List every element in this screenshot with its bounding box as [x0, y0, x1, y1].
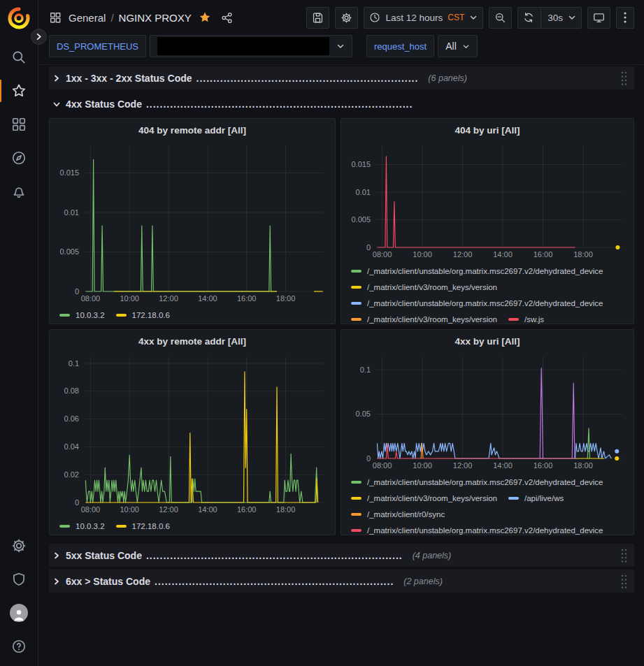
svg-text:08:00: 08:00 — [81, 505, 101, 514]
grafana-logo-icon — [8, 7, 30, 29]
favorite-star-button[interactable] — [199, 11, 211, 24]
svg-text:18:00: 18:00 — [573, 250, 593, 259]
legend-item[interactable]: 10.0.3.2 — [59, 519, 105, 534]
refresh-icon — [523, 12, 534, 23]
panel-plot: 00.020.040.060.080.108:0010:0012:0014:00… — [55, 351, 329, 516]
svg-text:16:00: 16:00 — [237, 294, 257, 303]
svg-text:12:00: 12:00 — [159, 294, 178, 303]
panel-title[interactable]: 4xx by uri [All] — [347, 334, 628, 351]
share-button[interactable] — [221, 12, 233, 24]
sidebar-item-help[interactable] — [3, 630, 35, 663]
svg-text:16:00: 16:00 — [534, 250, 553, 259]
avatar — [10, 604, 28, 622]
variables-bar: DS_PROMETHEUS request_host All — [38, 34, 644, 65]
row-header-1xx-3xx-2xx[interactable]: 1xx - 3xx - 2xx Status Code ............… — [49, 66, 634, 89]
panel-404-by-remote-addr: 404 by remote addr [All] 00.0050.010.015… — [49, 118, 336, 324]
grafana-logo[interactable] — [6, 6, 31, 31]
sidebar-item-server-admin[interactable] — [3, 563, 35, 596]
breadcrumb-title[interactable]: NGINX PROXY — [119, 12, 192, 24]
svg-text:0.1: 0.1 — [360, 365, 371, 374]
zoom-out-button[interactable] — [489, 7, 512, 29]
panel-title[interactable]: 4xx by remote addr [All] — [55, 334, 329, 351]
sidebar — [0, 0, 38, 666]
bell-icon — [11, 184, 27, 199]
panel-plot: 00.0050.010.01508:0010:0012:0014:0016:00… — [55, 140, 329, 305]
sidebar-item-dashboards[interactable] — [3, 108, 35, 141]
breadcrumb-section[interactable]: General — [69, 12, 106, 24]
chart-canvas[interactable]: 00.020.040.060.080.108:0010:0012:0014:00… — [55, 351, 329, 516]
legend-item[interactable]: /sw.js — [508, 312, 544, 324]
legend-item[interactable]: /_matrix/client/unstable/org.matrix.msc2… — [351, 523, 603, 535]
apps-grid-icon — [49, 11, 62, 24]
svg-text:0.05: 0.05 — [356, 410, 371, 418]
legend-item[interactable]: /_matrix/client/v3/room_keys/version — [351, 312, 497, 324]
sidebar-item-profile[interactable] — [3, 596, 35, 630]
panel-legend: /_matrix/client/unstable/org.matrix.msc2… — [347, 261, 628, 324]
legend-item[interactable]: /_matrix/client/unstable/org.matrix.msc2… — [351, 263, 603, 279]
compass-icon — [11, 150, 27, 166]
chart-canvas[interactable]: 00.0050.010.01508:0010:0012:0014:0016:00… — [55, 140, 329, 305]
svg-text:10:00: 10:00 — [413, 250, 432, 259]
refresh-button-group[interactable]: 30s — [517, 7, 582, 29]
row-drag-handle[interactable] — [619, 572, 629, 591]
chart-canvas[interactable]: 00.050.108:0010:0012:0014:0016:0018:00 — [347, 351, 628, 472]
svg-text:0.015: 0.015 — [351, 160, 371, 168]
row-leader-dots: ........................................… — [146, 550, 403, 561]
legend-item[interactable]: /_matrix/client/v3/room_keys/version — [351, 491, 497, 506]
legend-item[interactable]: /api/live/ws — [508, 491, 564, 506]
legend-item[interactable]: 10.0.3.2 — [59, 307, 105, 323]
datasource-variable-label: DS_PROMETHEUS — [49, 35, 146, 57]
row-header-4xx[interactable]: 4xx Status Code ........................… — [49, 94, 634, 113]
panel-title[interactable]: 404 by remote addr [All] — [55, 123, 329, 140]
dashboards-breadcrumb-icon-button[interactable] — [49, 11, 62, 24]
svg-text:0.1: 0.1 — [69, 359, 79, 368]
breadcrumb-separator: / — [110, 12, 113, 24]
legend-item[interactable]: 172.18.0.6 — [116, 519, 170, 534]
shield-icon — [11, 572, 27, 587]
svg-text:14:00: 14:00 — [198, 505, 217, 514]
legend-item[interactable]: 172.18.0.6 — [116, 307, 170, 323]
chart-canvas[interactable]: 00.0050.010.01508:0010:0012:0014:0016:00… — [347, 140, 628, 261]
refresh-interval-label: 30s — [548, 13, 563, 23]
save-dashboard-button[interactable] — [306, 7, 329, 29]
row-header-5xx[interactable]: 5xx Status Code ........................… — [49, 544, 634, 567]
more-options-button[interactable] — [616, 7, 634, 29]
svg-text:0: 0 — [366, 243, 371, 252]
svg-text:12:00: 12:00 — [159, 505, 178, 514]
svg-text:0.08: 0.08 — [64, 386, 79, 395]
panel-4xx-by-uri: 4xx by uri [All] 00.050.108:0010:0012:00… — [341, 329, 634, 535]
chevron-down-icon — [52, 100, 61, 108]
svg-text:14:00: 14:00 — [493, 250, 513, 259]
dashboard-body: 1xx - 3xx - 2xx Status Code ............… — [38, 65, 644, 593]
sidebar-item-explore[interactable] — [3, 141, 35, 175]
sidebar-item-alerting[interactable] — [3, 175, 35, 208]
datasource-variable-dropdown[interactable] — [150, 35, 352, 57]
svg-text:12:00: 12:00 — [453, 461, 473, 470]
svg-text:0.005: 0.005 — [351, 215, 371, 224]
row-drag-handle[interactable] — [619, 546, 629, 565]
sidebar-item-search[interactable] — [3, 41, 35, 74]
svg-text:0.02: 0.02 — [64, 470, 79, 479]
sidebar-expand-button[interactable] — [31, 29, 47, 45]
request-host-variable-dropdown[interactable]: All — [438, 35, 478, 57]
panel-title[interactable]: 404 by uri [All] — [347, 123, 628, 140]
svg-text:14:00: 14:00 — [198, 294, 217, 303]
legend-item[interactable]: /_matrix/client/unstable/org.matrix.msc2… — [351, 475, 603, 490]
svg-text:08:00: 08:00 — [373, 461, 392, 470]
sidebar-item-starred[interactable] — [3, 74, 35, 108]
chevron-right-icon — [52, 551, 61, 560]
dashboard-settings-button[interactable] — [335, 7, 358, 29]
legend-item[interactable]: /_matrix/client/r0/sync — [351, 507, 445, 522]
svg-text:08:00: 08:00 — [81, 294, 101, 303]
legend-item[interactable]: /_matrix/client/v3/room_keys/version — [351, 280, 497, 295]
time-range-picker[interactable]: Last 12 hours CST — [364, 7, 483, 29]
legend-item[interactable]: /_matrix/client/unstable/org.matrix.msc2… — [351, 296, 603, 311]
chevron-down-icon — [568, 13, 576, 22]
row-header-6xx[interactable]: 6xx > Status Code ......................… — [49, 570, 634, 593]
gear-icon — [341, 12, 352, 24]
chevron-right-icon — [52, 74, 61, 82]
row-drag-handle[interactable] — [619, 69, 629, 87]
tv-mode-button[interactable] — [587, 7, 610, 29]
zoom-out-icon — [494, 12, 506, 24]
sidebar-item-configuration[interactable] — [3, 529, 35, 563]
